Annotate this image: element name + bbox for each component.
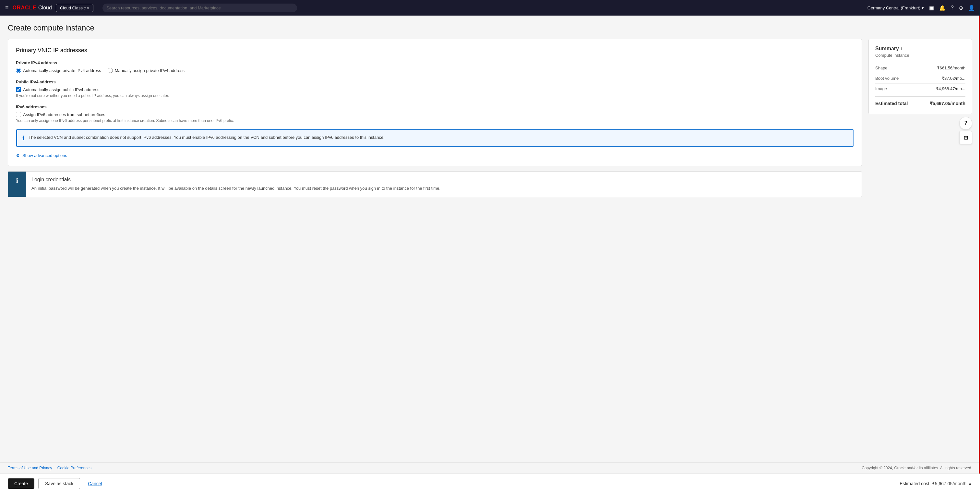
- search-input[interactable]: [102, 3, 297, 12]
- menu-icon[interactable]: ≡: [5, 5, 9, 11]
- terms-link[interactable]: Terms of Use and Privacy: [8, 466, 52, 470]
- save-as-stack-button[interactable]: Save as stack: [38, 478, 80, 480]
- assign-ipv6-checkbox[interactable]: [16, 112, 21, 117]
- oracle-logo: ORACLE: [13, 5, 37, 11]
- public-ipv4-checkbox-group: Automatically assign public IPv4 address: [16, 87, 854, 92]
- credentials-icon-area: ℹ: [8, 172, 26, 197]
- assign-ipv6-option[interactable]: Assign IPv6 addresses from subnet prefix…: [16, 112, 105, 117]
- summary-row-shape: Shape ₹661.56/month: [875, 63, 966, 73]
- help-buttons: ? ⊞: [869, 117, 972, 144]
- form-area: Primary VNIC IP addresses Private IPv4 a…: [8, 39, 862, 202]
- ipv6-label: IPv6 addresses: [16, 105, 854, 109]
- auto-public-ipv4-option[interactable]: Automatically assign public IPv4 address: [16, 87, 100, 92]
- help-icon[interactable]: ?: [951, 5, 954, 11]
- advanced-options-text: Show advanced options: [22, 153, 67, 158]
- create-button[interactable]: Create: [8, 479, 34, 480]
- footer-links: Terms of Use and Privacy Cookie Preferen…: [8, 466, 91, 470]
- public-ipv4-hint: If you're not sure whether you need a pu…: [16, 94, 854, 98]
- public-ipv4-label: Public IPv4 address: [16, 80, 854, 84]
- estimated-total-label: Estimated total: [875, 101, 908, 106]
- boot-volume-label: Boot volume: [875, 76, 899, 81]
- shape-label: Shape: [875, 65, 888, 70]
- vnic-section-title: Primary VNIC IP addresses: [16, 47, 854, 54]
- assign-ipv6-text: Assign IPv6 addresses from subnet prefix…: [23, 112, 105, 117]
- summary-row-boot-volume: Boot volume ₹37.02/mo...: [875, 73, 966, 84]
- credentials-info-icon: ℹ: [16, 177, 19, 184]
- notification-icon[interactable]: 🔔: [939, 5, 946, 11]
- summary-total: Estimated total ₹5,667.05/month: [875, 96, 966, 107]
- profile-icon[interactable]: 👤: [968, 5, 975, 11]
- summary-rows: Shape ₹661.56/month Boot volume ₹37.02/m…: [875, 63, 966, 94]
- scroll-indicator: [979, 16, 980, 480]
- credentials-description: An initial password will be generated wh…: [32, 185, 441, 192]
- credentials-card: ℹ Login credentials An initial password …: [8, 171, 862, 197]
- credentials-title: Login credentials: [32, 177, 441, 183]
- manual-private-ipv4-radio[interactable]: [108, 68, 113, 73]
- help-circle-button[interactable]: ?: [959, 117, 972, 130]
- ipv6-info-text: The selected VCN and subnet combination …: [29, 134, 385, 142]
- credentials-body: Login credentials An initial password wi…: [26, 172, 445, 197]
- summary-title: Summary: [875, 46, 899, 52]
- auto-private-ipv4-text: Automatically assign private IPv4 addres…: [23, 68, 101, 73]
- vnic-card: Primary VNIC IP addresses Private IPv4 a…: [8, 39, 862, 166]
- public-ipv4-group: Public IPv4 address Automatically assign…: [16, 80, 854, 98]
- summary-info-icon[interactable]: ℹ: [901, 46, 902, 51]
- ipv6-info-box: ℹ The selected VCN and subnet combinatio…: [16, 129, 854, 146]
- shape-value: ₹661.56/month: [937, 65, 966, 70]
- vnic-card-body: Primary VNIC IP addresses Private IPv4 a…: [8, 39, 862, 166]
- copyright-text: Copyright © 2024, Oracle and/or its affi…: [862, 466, 972, 470]
- image-value: ₹4,968.47/mo...: [936, 86, 966, 91]
- region-selector[interactable]: Germany Central (Frankfurt) ▾: [867, 5, 924, 10]
- cloud-classic-button[interactable]: Cloud Classic »: [56, 4, 93, 12]
- auto-public-ipv4-text: Automatically assign public IPv4 address: [23, 87, 100, 92]
- boot-volume-value: ₹37.02/mo...: [942, 76, 966, 81]
- logo: ORACLE Cloud: [13, 5, 52, 11]
- ipv6-group: IPv6 addresses Assign IPv6 addresses fro…: [16, 105, 854, 123]
- cancel-button[interactable]: Cancel: [84, 479, 106, 480]
- summary-row-image: Image ₹4,968.47/mo...: [875, 84, 966, 94]
- estimated-total-value: ₹5,667.05/month: [930, 101, 966, 106]
- top-navigation: ≡ ORACLE Cloud Cloud Classic » Germany C…: [0, 0, 980, 16]
- summary-subtitle: Compute instance: [875, 53, 966, 58]
- main-layout: Primary VNIC IP addresses Private IPv4 a…: [8, 39, 972, 202]
- sidebar-area: Summary ℹ Compute instance Shape ₹661.56…: [869, 39, 972, 144]
- private-ipv4-label: Private IPv4 address: [16, 60, 854, 65]
- cookies-link[interactable]: Cookie Preferences: [57, 466, 91, 470]
- show-advanced-options-link[interactable]: ⚙ Show advanced options: [16, 153, 854, 158]
- info-circle-icon: ℹ: [22, 135, 25, 142]
- ipv6-hint: You can only assign one IPv6 address per…: [16, 118, 854, 123]
- cloud-logo: Cloud: [38, 5, 52, 11]
- language-icon[interactable]: ⊕: [959, 5, 963, 11]
- region-label: Germany Central (Frankfurt): [867, 5, 920, 10]
- footer: Terms of Use and Privacy Cookie Preferen…: [0, 462, 980, 474]
- page-wrapper: Create compute instance Primary VNIC IP …: [0, 16, 980, 480]
- private-ipv4-radio-group: Automatically assign private IPv4 addres…: [16, 68, 854, 73]
- auto-private-ipv4-option[interactable]: Automatically assign private IPv4 addres…: [16, 68, 101, 73]
- grid-button[interactable]: ⊞: [959, 131, 972, 144]
- region-chevron-icon: ▾: [922, 5, 924, 10]
- summary-panel: Summary ℹ Compute instance Shape ₹661.56…: [869, 39, 972, 114]
- private-ipv4-group: Private IPv4 address Automatically assig…: [16, 60, 854, 73]
- settings-icon: ⚙: [16, 153, 20, 158]
- page-title: Create compute instance: [8, 23, 972, 32]
- auto-private-ipv4-radio[interactable]: [16, 68, 21, 73]
- search-container: [102, 3, 297, 12]
- auto-public-ipv4-checkbox[interactable]: [16, 87, 21, 92]
- image-label: Image: [875, 86, 887, 91]
- bottom-bar: Create Save as stack Cancel Estimated co…: [0, 474, 980, 480]
- manual-private-ipv4-option[interactable]: Manually assign private IPv4 address: [108, 68, 185, 73]
- summary-header: Summary ℹ: [875, 46, 966, 52]
- nav-right: Germany Central (Frankfurt) ▾ ▣ 🔔 ? ⊕ 👤: [867, 5, 975, 11]
- manual-private-ipv4-text: Manually assign private IPv4 address: [115, 68, 185, 73]
- cloud-shell-icon[interactable]: ▣: [929, 5, 934, 11]
- ipv6-checkbox-group: Assign IPv6 addresses from subnet prefix…: [16, 112, 854, 117]
